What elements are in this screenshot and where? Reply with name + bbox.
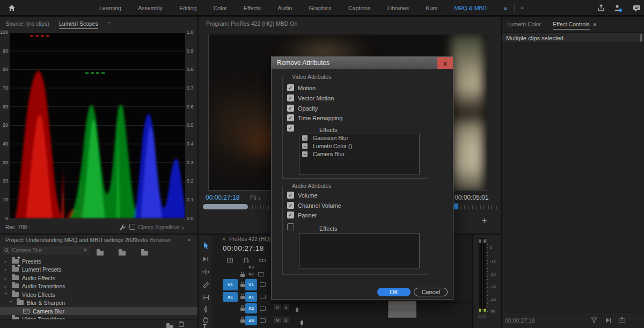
video-effects-list[interactable]: –Gaussian Blur –Lumetri Color () –Camera… <box>299 134 420 174</box>
panel-overflow-icon[interactable]: » <box>187 236 191 243</box>
type-tool-icon[interactable]: T <box>203 323 207 328</box>
bit-depth-dropdown[interactable]: float ∨ <box>170 224 185 230</box>
opacity-checkbox[interactable]: ✓ <box>287 105 294 112</box>
mute-button-a3[interactable]: M <box>274 317 281 323</box>
collaboration-icon[interactable] <box>613 4 623 12</box>
dialog-title-bar[interactable]: Remove Attributes x <box>272 57 453 69</box>
lock-icon[interactable] <box>240 308 245 311</box>
effect-controls-menu-icon[interactable]: ≡ <box>593 21 596 27</box>
effect-list-item[interactable]: –Lumetri Color () <box>299 142 419 150</box>
checkbox-row-opacity[interactable]: ✓Opacity <box>287 105 318 112</box>
razor-tool-icon[interactable] <box>202 281 210 289</box>
tab-project[interactable]: Project: Understanding MRQ and MBD setti… <box>5 237 137 243</box>
workspace-tab-captions[interactable]: Captions <box>348 5 370 11</box>
pen-tool-icon[interactable] <box>202 305 210 314</box>
checkbox-row-motion[interactable]: ✓Motion <box>287 84 316 91</box>
checkbox-row-volume[interactable]: ✓Volume <box>287 192 318 199</box>
timeline-clip[interactable] <box>388 301 416 318</box>
tab-media-browser[interactable]: Media Browser <box>133 237 171 243</box>
snap-icon[interactable] <box>243 257 250 264</box>
scrollbar-thumb[interactable] <box>640 34 642 42</box>
tab-lumetri-color[interactable]: Lumetri Color <box>507 21 541 27</box>
track-mute-icon[interactable] <box>260 307 266 311</box>
checkbox-row-video-effects[interactable]: ✓ <box>287 125 294 132</box>
linked-selection-icon[interactable] <box>259 257 266 264</box>
add-button[interactable]: + <box>482 216 487 225</box>
effect-item-checkbox[interactable]: – <box>302 135 308 141</box>
sequence-tab[interactable]: ProRes 422 (HQ) M <box>229 236 276 242</box>
tree-item-audio-effects[interactable]: ›Audio Effects <box>0 274 197 282</box>
selection-tool-icon[interactable] <box>202 242 210 250</box>
track-select-tool-icon[interactable] <box>202 255 210 263</box>
track-row-v1[interactable]: V1 V1 <box>214 278 271 291</box>
close-sequence-icon[interactable]: × <box>222 236 225 242</box>
source-patch-v1[interactable]: V1 <box>223 279 238 290</box>
ok-button[interactable]: OK <box>377 288 411 296</box>
export-icon[interactable] <box>597 4 605 12</box>
lock-icon[interactable] <box>240 274 245 277</box>
lock-icon[interactable] <box>240 296 245 299</box>
voiceover-record-icon[interactable] <box>301 320 303 325</box>
tab-lumetri-scopes[interactable]: Lumetri Scopes <box>59 20 98 29</box>
track-label[interactable]: V2 <box>248 272 254 276</box>
audio-effects-checkbox[interactable] <box>287 223 294 230</box>
effect-item-checkbox[interactable]: – <box>302 151 308 157</box>
tab-effect-controls[interactable]: Effect Controls <box>553 21 590 30</box>
effect-list-item[interactable]: –Gaussian Blur <box>299 134 419 142</box>
hand-tool-icon[interactable] <box>202 316 210 324</box>
track-mute-icon[interactable] <box>260 318 266 323</box>
slip-tool-icon[interactable] <box>202 294 210 302</box>
program-playhead-marker[interactable] <box>454 203 458 209</box>
workspace-tab-learning[interactable]: Learning <box>99 5 121 11</box>
cancel-button[interactable]: Cancel <box>414 288 448 296</box>
effect-list-item[interactable]: –Camera Blur <box>299 150 419 158</box>
audio-effects-list[interactable] <box>299 233 420 268</box>
search-bin-icon-3[interactable] <box>141 251 148 256</box>
channel-volume-checkbox[interactable]: ✓ <box>287 202 294 209</box>
workspace-tab-libraries[interactable]: Libraries <box>387 5 409 11</box>
nest-toggle-icon[interactable] <box>226 257 233 264</box>
tree-item-audio-transitions[interactable]: ›Audio Transitions <box>0 282 197 290</box>
search-input[interactable]: Camera Blur × <box>2 246 90 254</box>
home-icon[interactable] <box>8 4 16 12</box>
workspace-tab-mrq-mbd[interactable]: MRQ & MBD <box>454 5 487 11</box>
tree-item-blur-sharpen[interactable]: ›Blur & Sharpen <box>0 298 197 307</box>
program-zoom-scrollbar[interactable] <box>203 204 248 209</box>
ripple-edit-tool-icon[interactable] <box>202 268 210 276</box>
workspace-tab-graphics[interactable]: Graphics <box>309 5 332 11</box>
workspace-tab-color[interactable]: Color <box>214 5 227 11</box>
track-target-a2[interactable]: A2 <box>245 303 257 314</box>
workspace-tab-editing[interactable]: Editing <box>179 5 196 11</box>
tree-item-presets[interactable]: ›Presets <box>0 257 197 265</box>
track-output-icon[interactable] <box>258 272 264 276</box>
program-current-timecode[interactable]: 00:00:27:18 <box>206 194 239 201</box>
workspace-tab-kurs[interactable]: Kurs <box>426 5 437 11</box>
solo-button-a3[interactable]: S <box>283 317 289 323</box>
search-bin-icon-1[interactable] <box>97 251 104 256</box>
track-target-v1[interactable]: V1 <box>245 279 257 290</box>
track-label[interactable]: V3 <box>248 265 254 269</box>
scopes-panel-menu-icon[interactable]: ≡ <box>107 20 111 27</box>
tab-source-monitor[interactable]: Source: (no clips) <box>5 20 49 27</box>
track-row-v2[interactable]: V2 <box>214 271 271 278</box>
track-row-a2[interactable]: A2 <box>214 302 271 315</box>
lock-icon[interactable] <box>240 319 245 323</box>
lock-icon[interactable] <box>240 284 245 287</box>
close-icon[interactable]: x <box>437 57 453 69</box>
tree-item-camera-blur-selected[interactable]: Camera Blur <box>0 307 197 315</box>
new-bin-icon[interactable] <box>166 325 173 328</box>
workspace-tab-assembly[interactable]: Assembly <box>138 5 163 11</box>
workspace-overflow-icon[interactable]: » <box>521 4 524 11</box>
mute-button-a2[interactable]: M <box>274 304 281 310</box>
track-target-a3[interactable]: A3 <box>245 316 257 325</box>
clear-search-icon[interactable]: × <box>84 247 87 253</box>
track-target-a1[interactable]: A1 <box>245 292 257 302</box>
volume-checkbox[interactable]: ✓ <box>287 192 294 199</box>
clamp-signal-checkbox[interactable] <box>129 224 135 230</box>
track-mute-icon[interactable] <box>260 295 266 299</box>
export-frame-icon[interactable] <box>618 317 626 324</box>
checkbox-row-audio-effects[interactable] <box>287 223 294 230</box>
play-around-icon[interactable] <box>604 317 612 324</box>
delete-icon[interactable] <box>179 322 184 327</box>
solo-button-a2[interactable]: S <box>283 304 289 310</box>
